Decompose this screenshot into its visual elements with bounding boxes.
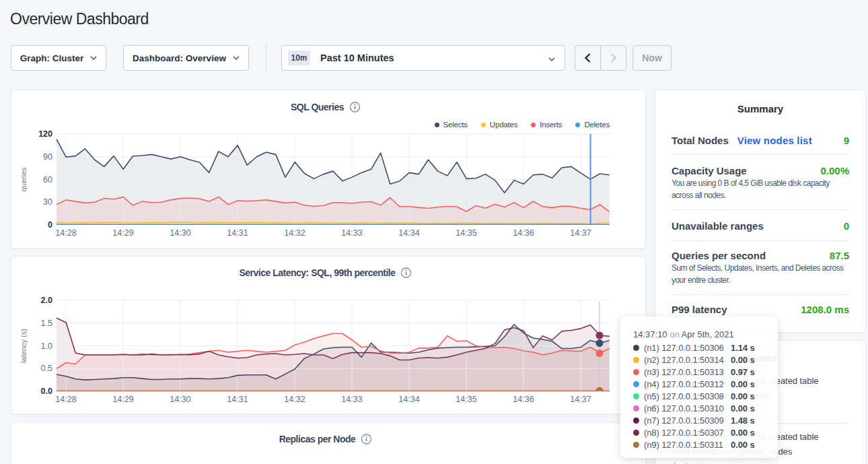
- svg-text:14:32: 14:32: [284, 228, 305, 238]
- svg-text:14:29: 14:29: [112, 395, 133, 404]
- svg-text:14:34: 14:34: [398, 228, 419, 238]
- svg-text:14:34: 14:34: [398, 395, 419, 404]
- svg-text:1.0: 1.0: [41, 341, 52, 351]
- svg-text:14:30: 14:30: [170, 228, 190, 238]
- svg-text:14:36: 14:36: [513, 395, 534, 404]
- svg-text:14:31: 14:31: [227, 228, 248, 238]
- svg-text:queries: queries: [20, 167, 28, 192]
- svg-text:0: 0: [48, 220, 52, 230]
- svg-text:1.5: 1.5: [41, 319, 52, 328]
- svg-text:latency (s): latency (s): [20, 329, 28, 363]
- svg-text:60: 60: [43, 175, 52, 185]
- svg-text:2.0: 2.0: [41, 296, 52, 305]
- svg-text:14:29: 14:29: [112, 228, 133, 238]
- svg-text:14:30: 14:30: [170, 395, 190, 404]
- svg-text:30: 30: [43, 197, 52, 207]
- svg-text:14:33: 14:33: [341, 395, 362, 404]
- svg-text:14:36: 14:36: [513, 228, 534, 238]
- svg-text:14:32: 14:32: [284, 395, 305, 404]
- svg-text:14:35: 14:35: [456, 395, 476, 404]
- svg-text:14:31: 14:31: [227, 395, 248, 404]
- svg-text:14:28: 14:28: [55, 395, 76, 404]
- svg-text:14:28: 14:28: [55, 228, 76, 238]
- svg-text:90: 90: [43, 152, 52, 162]
- svg-text:14:37: 14:37: [570, 395, 591, 404]
- svg-text:14:37: 14:37: [570, 228, 591, 238]
- svg-text:0.0: 0.0: [41, 387, 52, 396]
- svg-text:120: 120: [38, 129, 52, 139]
- svg-text:14:33: 14:33: [341, 228, 362, 238]
- svg-text:14:35: 14:35: [456, 228, 476, 238]
- svg-text:0.5: 0.5: [41, 364, 52, 373]
